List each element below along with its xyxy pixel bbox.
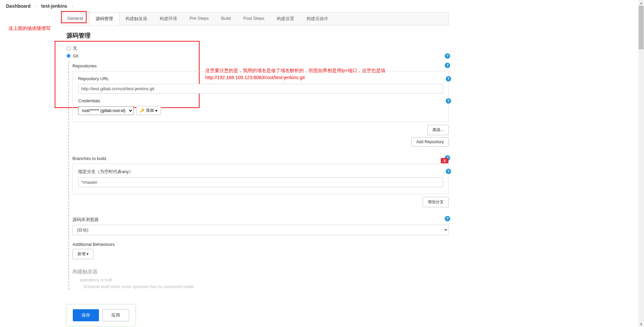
add-behaviour-button[interactable]: 新增 ▾ — [72, 249, 94, 259]
breadcrumb-dashboard[interactable]: Dashboard — [6, 3, 31, 9]
key-icon: 🔑 — [140, 108, 145, 113]
tab-triggers[interactable]: 构建触发器 — [119, 12, 154, 25]
tab-post-build[interactable]: 构建后操作 — [301, 12, 335, 25]
repositories-heading: Repositories ? — [72, 61, 449, 70]
tab-build[interactable]: Build — [215, 12, 237, 25]
credentials-select[interactable]: root/****** (gitlab-root-id) — [78, 106, 133, 115]
branches-heading: Branches to build ? — [72, 154, 449, 163]
additional-behaviours-label: Additional Behaviours — [72, 240, 449, 249]
help-icon[interactable]: ? — [446, 98, 451, 104]
scroll-up-arrow-icon[interactable]: ▲ — [638, 0, 644, 6]
add-credentials-button[interactable]: 🔑 添加 ▾ — [136, 106, 161, 115]
vertical-scrollbar[interactable]: ▲ ▼ — [638, 0, 644, 290]
config-tabs: General 源码管理 构建触发器 构建环境 Pre Steps Build … — [61, 12, 449, 25]
advanced-button[interactable]: 高级... — [427, 125, 449, 135]
help-icon[interactable]: ? — [445, 63, 450, 68]
branch-spec-label: 指定分支（为空时代表any） — [78, 169, 443, 177]
branch-block: X 指定分支（为空时代表any） ? — [72, 164, 449, 194]
radio-git[interactable] — [66, 54, 71, 58]
chevron-right-icon: › — [72, 4, 73, 8]
breadcrumb-project[interactable]: test-jenkins — [41, 3, 67, 9]
annotation-text-top: 这上面的描述随便写 — [8, 25, 51, 32]
trigger-option-dependency: ependency is built — [72, 276, 449, 283]
trigger-option-upstream: Schedule build when some upstream has no… — [72, 283, 449, 290]
help-icon[interactable]: ? — [445, 216, 450, 221]
delete-branch-button[interactable]: X — [441, 158, 448, 163]
breadcrumb: Dashboard › test-jenkins › — [0, 0, 518, 12]
tab-post-steps[interactable]: Post Steps — [237, 12, 271, 25]
branch-spec-input[interactable] — [78, 177, 443, 187]
repo-url-label: Repository URL — [78, 76, 443, 84]
caret-down-icon: ▾ — [87, 252, 89, 256]
section-title-scm: 源码管理 — [66, 25, 449, 44]
radio-none-label: 无 — [73, 45, 77, 51]
section-title-triggers: 构建触发器 — [72, 264, 449, 276]
caret-down-icon: ▾ — [155, 108, 157, 113]
tab-general[interactable]: General — [61, 12, 89, 25]
repo-url-input[interactable] — [78, 84, 443, 94]
help-icon[interactable]: ? — [446, 76, 451, 81]
chevron-right-icon: › — [35, 4, 37, 8]
credentials-label: Credentials — [78, 98, 443, 106]
tab-pre-steps[interactable]: Pre Steps — [183, 12, 215, 25]
radio-git-label: Git — [73, 53, 78, 58]
help-icon[interactable]: ? — [445, 53, 450, 59]
tab-environment[interactable]: 构建环境 — [154, 12, 183, 25]
browser-label: 源码库浏览器 ? — [72, 215, 449, 225]
add-repository-button[interactable]: Add Repository — [411, 137, 449, 147]
tab-build-settings[interactable]: 构建设置 — [271, 12, 301, 25]
add-branch-button[interactable]: 增加分支 — [423, 197, 449, 207]
scrollbar-thumb[interactable] — [639, 6, 644, 49]
radio-none[interactable] — [66, 46, 71, 51]
repo-browser-select[interactable]: (自动) — [72, 225, 449, 235]
repository-block: Repository URL ? Credentials ? root/****… — [72, 71, 449, 122]
tab-scm[interactable]: 源码管理 — [89, 12, 119, 25]
help-icon[interactable]: ? — [446, 169, 451, 174]
